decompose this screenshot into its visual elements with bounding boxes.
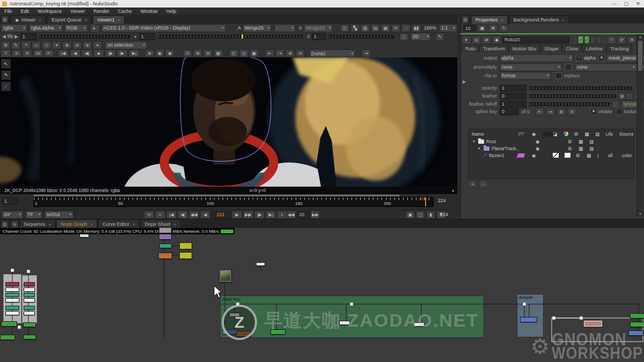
pause-icon[interactable]: ▮▮ — [412, 24, 421, 32]
shape-row-bezier1[interactable]: ⟋ Bezier1 ◉ ⊞ ▦ | all color — [469, 152, 634, 159]
checker-icon[interactable]: ▚ — [350, 24, 360, 32]
prev-key-button[interactable]: ⇤ — [535, 108, 544, 116]
revert-button[interactable]: ⟳ — [617, 36, 626, 44]
feather-anim-icon[interactable]: ⊞ — [618, 92, 626, 100]
play-back-button[interactable]: ◀ — [70, 49, 80, 57]
frame-all-icon[interactable]: ⊡ — [183, 49, 192, 57]
close-icon[interactable]: × — [562, 18, 565, 23]
teal-node[interactable] — [5, 306, 19, 310]
node-tab[interactable]: Transform — [479, 45, 509, 53]
read-node[interactable] — [219, 269, 232, 283]
float-panel-icon[interactable]: ⇄ — [482, 36, 491, 44]
mode-letter-button[interactable]: P — [44, 49, 54, 57]
feather-input[interactable] — [500, 93, 526, 100]
gamma-slider[interactable] — [158, 35, 303, 39]
close-icon[interactable]: × — [501, 18, 503, 23]
slider-marker[interactable] — [241, 34, 243, 39]
orange-node[interactable] — [158, 253, 172, 259]
expander-icon[interactable]: ▶ — [463, 79, 466, 84]
shape-row-root[interactable]: ▾ Root ◉ ⊞ ▦ ▨ — [469, 138, 634, 145]
smooth-icon[interactable]: ◇ — [42, 41, 51, 49]
selected-node[interactable] — [584, 321, 602, 327]
close-icon[interactable]: × — [133, 222, 135, 227]
s-input[interactable] — [312, 33, 326, 40]
next-key-button[interactable]: ⇥ — [546, 108, 555, 116]
node-tab[interactable]: Clone — [562, 45, 582, 53]
play-button[interactable]: ▶ — [117, 49, 128, 57]
replace-checkbox[interactable] — [555, 72, 562, 79]
menu-item[interactable]: Edit — [17, 9, 34, 14]
reveal-icon[interactable]: ▣ — [250, 49, 259, 57]
stamp-icon[interactable]: ◰ — [229, 49, 238, 57]
loop-button[interactable]: ⟲ — [144, 211, 154, 219]
falloff-slider[interactable] — [529, 102, 610, 106]
panel-stack-limit[interactable] — [463, 25, 476, 32]
stop-render-button[interactable]: ▢ — [416, 211, 425, 219]
set-key-button[interactable]: ⊕ — [286, 49, 295, 57]
menu-item[interactable]: Help — [162, 9, 181, 14]
remove-key-icon[interactable]: ⊖ — [72, 41, 82, 49]
pencil-icon[interactable]: ✎ — [435, 33, 444, 41]
close-icon[interactable]: × — [118, 18, 121, 23]
zebra-icon[interactable]: ▨ — [361, 24, 370, 32]
to-start-button[interactable]: |◀ — [166, 211, 177, 219]
show-overlay-icon[interactable]: ◉ — [155, 49, 164, 57]
feather-extra-icon[interactable] — [626, 92, 633, 100]
frame-handles-icon[interactable]: ⊟ — [203, 49, 213, 57]
menu-item[interactable]: Render — [89, 9, 114, 14]
teal-node[interactable] — [24, 293, 35, 297]
s-slider[interactable] — [328, 35, 394, 39]
cusp-icon[interactable]: ▱ — [32, 41, 41, 49]
grid-snap-icon[interactable]: ▦ — [214, 49, 223, 57]
mode-letter-button[interactable]: R — [23, 49, 32, 57]
add-pane-icon[interactable]: ⊞ — [11, 220, 18, 228]
timeline-row-label[interactable] — [2, 197, 18, 204]
premultiply-select[interactable]: none▾ — [500, 63, 562, 71]
refresh-icon[interactable]: ⟳ — [391, 24, 400, 32]
tab-properties[interactable]: Properties × — [471, 16, 508, 24]
unpremult-checkbox[interactable] — [565, 64, 572, 70]
keyer-node[interactable] — [5, 282, 19, 286]
menu-item[interactable]: Cache — [114, 9, 136, 14]
minimize-button[interactable]: — — [609, 1, 620, 8]
tab-node-graph[interactable]: Node Graph × — [56, 219, 97, 228]
close-panel-button[interactable]: ✕ — [627, 36, 636, 44]
center-node-icon[interactable]: ◎ — [472, 36, 481, 44]
in-marker-button[interactable]: ▪ — [155, 211, 165, 219]
vertical-splitter[interactable] — [457, 15, 460, 219]
opacity-input[interactable] — [500, 85, 526, 92]
ripple-icon[interactable]: ≋ — [83, 41, 92, 49]
tab-export-queue[interactable]: Export Queue × — [47, 16, 91, 24]
add-key-button[interactable]: ⊕ — [557, 108, 566, 116]
clipto-select[interactable]: format▾ — [500, 72, 551, 80]
prev-icon[interactable]: ◀ — [2, 34, 6, 39]
timecode-select[interactable]: TF▾ — [25, 211, 42, 219]
tracker-node[interactable] — [179, 242, 192, 249]
mask-checkbox[interactable]: ✕ — [598, 55, 605, 61]
select-tool-icon[interactable]: ↖ — [1, 59, 11, 69]
to-end-button[interactable]: ▶| — [129, 49, 140, 57]
layer-select[interactable]: rgba.alpha▾ — [29, 24, 63, 32]
node-tab[interactable]: Motion Blur — [509, 45, 541, 53]
out-marker-button[interactable]: ▪ — [277, 211, 287, 219]
viewer-image[interactable] — [0, 57, 457, 187]
feather-slider[interactable] — [529, 94, 616, 98]
white-node[interactable] — [24, 311, 35, 315]
channel-toggle-a[interactable]: ✓ — [578, 36, 583, 43]
hide-input-icon[interactable]: ▾ — [462, 36, 471, 44]
to-start-button[interactable]: |◀ — [58, 49, 69, 57]
bezier-tool-icon[interactable]: ✎ — [1, 70, 11, 80]
white-node[interactable] — [24, 298, 35, 302]
lock-range-button[interactable]: ▮ — [426, 211, 435, 219]
channel-toggle-b[interactable]: ✓ — [584, 36, 590, 43]
tab-background-renders[interactable]: Background Renders × — [509, 16, 569, 24]
timeline-range-bar[interactable] — [33, 195, 400, 196]
green-node[interactable] — [630, 313, 644, 319]
input-a-select[interactable]: Merge25▾ — [243, 24, 272, 32]
skip-forward-button[interactable]: ▶▶ — [311, 211, 320, 219]
green-node[interactable] — [1, 321, 17, 327]
step-forward-button[interactable]: ▶▶ — [243, 211, 253, 219]
prev-key-button[interactable]: ⇤ — [265, 49, 274, 57]
locked-checkbox[interactable] — [616, 108, 623, 115]
white-node[interactable] — [24, 287, 35, 292]
